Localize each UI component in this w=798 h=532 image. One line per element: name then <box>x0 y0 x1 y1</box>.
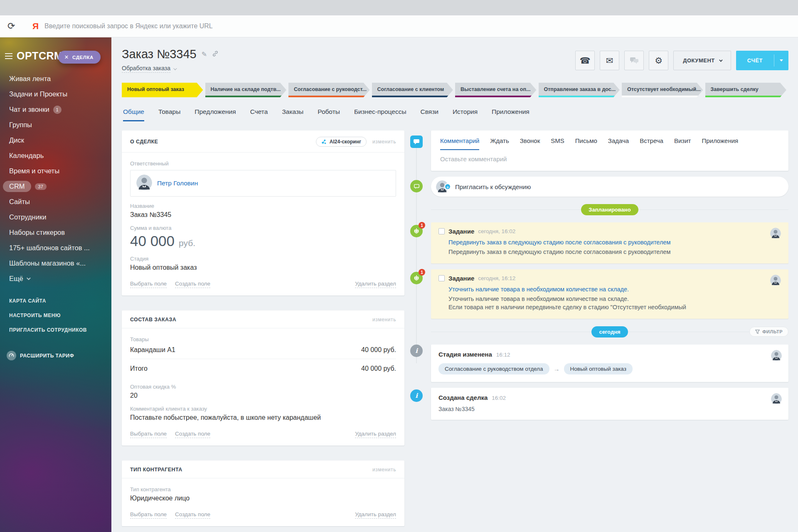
pipeline-stage-7[interactable]: Завершить сделку <box>705 83 787 97</box>
select-field-link[interactable]: Выбрать поле <box>130 511 167 519</box>
tab-связи[interactable]: Связи <box>421 108 438 121</box>
sidebar-footer-link-0[interactable]: КАРТА САЙТА <box>9 298 111 304</box>
delete-section-link[interactable]: Удалить раздел <box>355 511 396 519</box>
pipeline-stage-2[interactable]: Согласование с руководст... <box>288 83 370 97</box>
timeline-tab-6[interactable]: Встреча <box>640 137 663 150</box>
filter-button[interactable]: ФИЛЬТР <box>749 327 788 337</box>
tab-приложения[interactable]: Приложения <box>492 108 530 121</box>
timeline-tab-5[interactable]: Задача <box>608 137 629 150</box>
reload-icon[interactable]: ⟳ <box>7 21 22 32</box>
discount-value[interactable]: 20 <box>130 392 396 399</box>
sidebar-item-site-templates[interactable]: 175+ шаблонов сайтов ... <box>9 240 111 256</box>
tab-общие[interactable]: Общие <box>123 108 144 121</box>
sidebar: OPTCRM2 ✕СДЕЛКА Живая лентаЗадачи и Прое… <box>0 37 111 532</box>
upgrade-tariff-button[interactable]: РАСШИРИТЬ ТАРИФ <box>0 342 111 360</box>
sidebar-item-shop-templates[interactable]: Шаблоны магазинов «... <box>9 256 111 271</box>
funnel-icon <box>755 330 760 334</box>
create-field-link[interactable]: Создать поле <box>175 511 210 519</box>
sidebar-item-sticker-packs[interactable]: Наборы стикеров <box>9 225 111 240</box>
timeline-tab-1[interactable]: Ждать <box>490 137 509 150</box>
comment-input[interactable]: Оставьте комментарий <box>431 150 788 171</box>
sidebar-item-sites[interactable]: Сайты <box>9 194 111 209</box>
sidebar-item-employees[interactable]: Сотрудники <box>9 209 111 225</box>
sidebar-item-crm[interactable]: CRM37 <box>9 179 111 194</box>
timeline-tab-8[interactable]: Приложения <box>702 137 738 150</box>
timeline-tab-4[interactable]: Письмо <box>575 137 597 150</box>
amount-value[interactable]: 40 000 <box>130 233 175 249</box>
tab-история[interactable]: История <box>453 108 478 121</box>
pipeline-stage-4[interactable]: Выставление счета на оп... <box>455 83 537 97</box>
timeline-tab-2[interactable]: Звонок <box>520 137 540 150</box>
tab-заказы[interactable]: Заказы <box>282 108 303 121</box>
edit-section-link[interactable]: изменить <box>372 317 396 323</box>
chevron-down-icon <box>173 66 177 70</box>
sidebar-item-time-reports[interactable]: Время и отчеты <box>9 163 111 179</box>
sidebar-item-calendar[interactable]: Календарь <box>9 148 111 163</box>
pipeline-stage-0[interactable]: Новый оптовый заказ <box>122 83 203 97</box>
delete-section-link[interactable]: Удалить раздел <box>355 431 396 438</box>
document-button[interactable]: ДОКУМЕНТ <box>673 51 731 70</box>
ai-scoring-button[interactable]: AI24-скоринг <box>316 137 367 147</box>
invoice-button[interactable]: СЧЁТ <box>736 51 788 70</box>
edit-section-link[interactable]: изменить <box>372 467 396 473</box>
call-button[interactable]: ☎ <box>575 51 595 70</box>
contractor-type-value[interactable]: Юридическое лицо <box>130 495 396 502</box>
entry-title: Создана сделка <box>438 394 488 401</box>
timeline-tab-3[interactable]: SMS <box>551 137 564 150</box>
chat-button[interactable] <box>624 51 644 70</box>
sidebar-footer-link-2[interactable]: ПРИГЛАСИТЬ СОТРУДНИКОВ <box>9 327 111 333</box>
pipeline-stage-3[interactable]: Согласование с клиентом <box>372 83 453 97</box>
deal-tab-button[interactable]: ✕СДЕЛКА <box>58 51 101 64</box>
task-checkbox[interactable] <box>438 275 445 281</box>
discussion-bubble-icon <box>410 180 423 192</box>
url-input[interactable]: Я Введите поисковый запрос в Яндекс или … <box>22 21 791 31</box>
task-checkbox[interactable] <box>438 228 445 234</box>
field-label: Название <box>130 203 396 209</box>
sidebar-item-disk[interactable]: Диск <box>9 133 111 148</box>
invite-to-discussion[interactable]: + Пригласить к обсуждению <box>431 177 788 197</box>
pipeline-stage-1[interactable]: Наличие на складе подтв... <box>205 83 287 97</box>
about-deal-card: О СДЕЛКЕ AI24-скоринг изменить Ответстве… <box>122 131 404 296</box>
pipeline-stage-6[interactable]: Отсутствует необходимый... <box>622 83 703 97</box>
pipeline-stage-5[interactable]: Отправление заказа в дос... <box>539 83 620 97</box>
tab-бизнес-процессы[interactable]: Бизнес-процессы <box>354 108 406 121</box>
deal-name-value[interactable]: Заказ №3345 <box>130 211 396 219</box>
chevron-down-icon <box>27 276 31 280</box>
invoice-dropdown[interactable] <box>774 51 788 70</box>
create-field-link[interactable]: Создать поле <box>175 281 210 288</box>
edit-title-icon[interactable]: ✎ <box>202 50 207 58</box>
stage-value[interactable]: Новый оптовый заказ <box>130 264 396 271</box>
notification-badge: 1 <box>419 222 425 229</box>
sidebar-item-live-feed[interactable]: Живая лента <box>9 71 111 86</box>
product-row[interactable]: Карандаши А1 40 000 руб. <box>130 342 396 359</box>
sidebar-item-chat-calls[interactable]: Чат и звонки1 <box>9 102 111 117</box>
edit-section-link[interactable]: изменить <box>372 139 396 145</box>
close-icon[interactable]: ✕ <box>64 54 69 60</box>
tab-счета[interactable]: Счета <box>250 108 268 121</box>
avatar <box>136 175 152 192</box>
sidebar-footer-link-1[interactable]: НАСТРОИТЬ МЕНЮ <box>9 313 111 318</box>
tab-товары[interactable]: Товары <box>158 108 180 121</box>
tab-предложения[interactable]: Предложения <box>195 108 236 121</box>
delete-section-link[interactable]: Удалить раздел <box>355 281 396 288</box>
timeline-tab-7[interactable]: Визит <box>674 137 691 150</box>
select-field-link[interactable]: Выбрать поле <box>130 431 167 438</box>
link-icon[interactable] <box>212 50 219 59</box>
select-field-link[interactable]: Выбрать поле <box>130 281 167 288</box>
timeline-tab-0[interactable]: Комментарий <box>440 137 479 150</box>
pipeline-selector[interactable]: Обработка заказа <box>122 65 170 73</box>
tab-роботы[interactable]: Роботы <box>318 108 340 121</box>
responsible-link[interactable]: Петр Головин <box>157 180 198 187</box>
client-comment-value[interactable]: Поставьте побыстрее, пожалуйста, в школе… <box>130 414 396 421</box>
sidebar-item-tasks-projects[interactable]: Задачи и Проекты <box>9 86 111 102</box>
field-label: Тип контрагента <box>130 486 396 493</box>
create-field-link[interactable]: Создать поле <box>175 431 210 438</box>
task-link[interactable]: Передвинуть заказ в следующую стадию пос… <box>448 239 764 246</box>
sidebar-item-more[interactable]: Ещё <box>9 271 111 286</box>
task-description: Если товара нет в наличии передвиньте сд… <box>448 304 764 310</box>
task-link[interactable]: Уточнить наличие товара в необходимом ко… <box>448 286 764 293</box>
menu-hamburger-icon[interactable] <box>5 53 12 59</box>
sidebar-item-groups[interactable]: Группы <box>9 117 111 133</box>
settings-button[interactable]: ⚙ <box>649 51 668 70</box>
mail-button[interactable]: ✉ <box>600 51 619 70</box>
